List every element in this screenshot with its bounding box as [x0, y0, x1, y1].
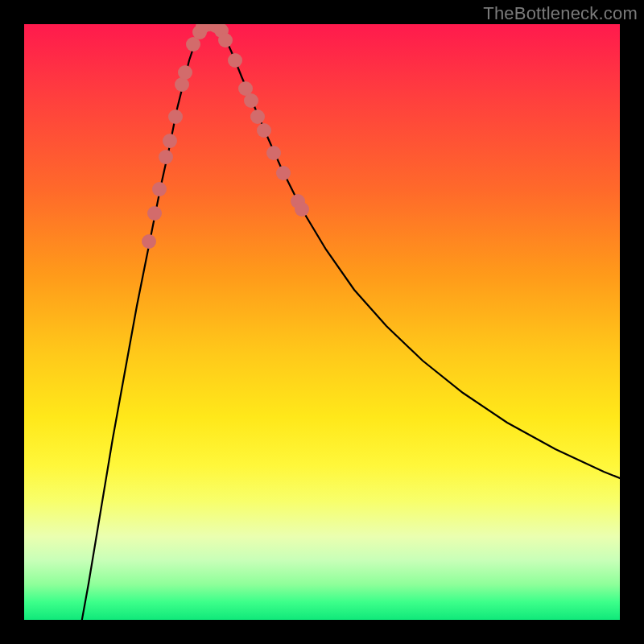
curve-marker — [186, 37, 200, 52]
curve-marker — [159, 150, 173, 164]
curve-marker — [152, 182, 167, 196]
curve-marker — [168, 109, 183, 124]
curve-marker — [147, 206, 162, 221]
curve-marker — [142, 234, 156, 249]
curve-marker — [228, 53, 242, 68]
curve-marker — [163, 134, 177, 148]
curve-marker — [175, 77, 189, 92]
curve-marker — [192, 25, 207, 39]
chart-frame: TheBottleneck.com — [0, 0, 644, 644]
curve-marker — [202, 24, 217, 31]
curve-marker — [257, 123, 271, 138]
curve-marker — [244, 93, 258, 108]
curve-marker — [218, 33, 233, 47]
curve-marker — [291, 194, 305, 208]
curve-marker — [208, 24, 223, 33]
curve-marker — [250, 109, 265, 124]
curve-marker — [276, 166, 291, 180]
plot-area — [24, 24, 620, 620]
curve-markers — [142, 24, 309, 249]
bottleneck-curve — [80, 24, 620, 620]
curve-marker — [266, 146, 281, 160]
curve-marker — [238, 81, 253, 96]
curve-marker — [214, 24, 229, 38]
watermark-text: TheBottleneck.com — [483, 3, 638, 24]
curve-marker — [178, 65, 192, 80]
curve-svg — [24, 24, 620, 620]
curve-marker — [196, 24, 210, 34]
curve-marker — [295, 202, 309, 217]
